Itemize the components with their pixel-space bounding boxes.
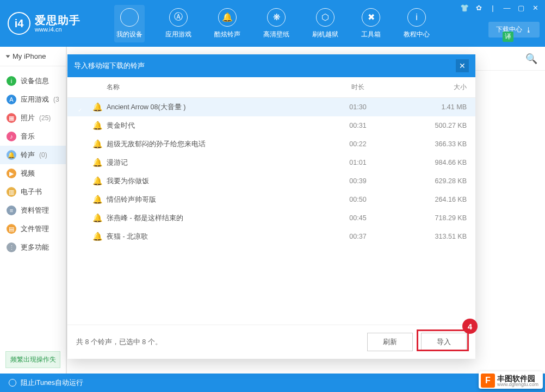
sidebar-item[interactable]: 🔔铃声 (0)	[0, 146, 66, 164]
sidebar-item[interactable]: ⋮更多功能	[0, 238, 66, 257]
bell-icon: 🔔	[92, 213, 103, 222]
sidebar-item[interactable]: ♪音乐	[0, 127, 66, 146]
row-name: 漫游记	[107, 158, 314, 167]
device-selector[interactable]: My iPhone	[0, 47, 66, 66]
nav-icon: ⬡	[316, 8, 335, 27]
bell-icon: 🔔	[92, 232, 103, 241]
table-row[interactable]: 🔔情侣铃声帅哥版00:50264.16 KB	[67, 190, 475, 209]
import-ringtones-dialog: 导入移动端下载的铃声 ✕ 名称 时长 大小 🔔Ancient Arrow 08(…	[67, 54, 475, 359]
sidebar-item-label: 视频	[21, 169, 35, 178]
dialog-close-button[interactable]: ✕	[456, 59, 469, 72]
row-size: 366.33 KB	[401, 140, 467, 148]
annotation-badge: 4	[462, 319, 478, 334]
watermark-url: www.dgfengtu.com	[497, 382, 538, 387]
row-name: 我要为你做饭	[107, 177, 314, 186]
sidebar-item-label: 音乐	[21, 132, 35, 141]
table-row[interactable]: 🔔张燕峰 - 都是这样结束的00:45718.29 KB	[67, 209, 475, 227]
nav-item-3[interactable]: ❋高清壁纸	[261, 5, 292, 42]
row-size: 264.16 KB	[401, 196, 467, 203]
table-row[interactable]: 🔔超级无敌郁闷的孙子给您来电话00:22366.33 KB	[67, 135, 475, 153]
nav-item-2[interactable]: 🔔酷炫铃声	[212, 5, 243, 42]
search-icon[interactable]: 🔍	[525, 53, 537, 65]
sidebar-item-icon: A	[7, 95, 16, 104]
sidebar-item-icon: ▥	[7, 187, 16, 197]
divider: |	[488, 3, 497, 12]
sidebar-item-label: 资料管理	[21, 206, 49, 215]
sidebar-item[interactable]: A应用游戏 (3	[0, 90, 66, 109]
nav-label: 刷机越狱	[312, 30, 338, 39]
row-duration: 00:37	[314, 233, 401, 240]
sidebar-item[interactable]: ▥电子书	[0, 183, 66, 201]
table-body: 🔔Ancient Arrow 08(大音量 )01:301.41 MB🔔黄金时代…	[67, 98, 475, 325]
nav-item-5[interactable]: ✖工具箱	[359, 5, 383, 42]
nav-label: 高清壁纸	[263, 30, 289, 39]
dialog-title: 导入移动端下载的铃声	[74, 61, 145, 71]
nav-icon: ✖	[362, 8, 380, 27]
nav-label: 教程中心	[404, 30, 430, 39]
download-icon: ⭳	[525, 26, 532, 34]
sidebar-item-label: 更多功能	[21, 242, 49, 252]
sidebar-item[interactable]: ≡资料管理	[0, 201, 66, 220]
nav-item-1[interactable]: Ⓐ应用游戏	[163, 5, 194, 42]
minimize-button[interactable]: —	[503, 3, 511, 12]
status-bar: 阻止iTunes自动运行 版本号	[0, 374, 545, 392]
nav-label: 工具箱	[361, 30, 381, 39]
sidebar-item-icon: ⋮	[7, 242, 16, 252]
table-row[interactable]: 🔔Ancient Arrow 08(大音量 )01:301.41 MB	[67, 98, 475, 116]
sidebar-item-label: 设备信息	[21, 76, 49, 86]
close-button[interactable]: ✕	[531, 3, 540, 12]
translate-badge[interactable]: 译	[503, 32, 513, 42]
row-size: 1.41 MB	[401, 103, 467, 111]
selection-summary: 共 8 个铃声，已选中 8 个。	[76, 338, 162, 347]
nav-item-6[interactable]: i教程中心	[401, 5, 432, 42]
sidebar-item-icon: 🔔	[7, 150, 16, 160]
row-duration: 00:50	[314, 196, 401, 203]
nav-icon: Ⓐ	[169, 8, 188, 27]
table-row[interactable]: 🔔漫游记01:01984.66 KB	[67, 153, 475, 172]
nav-label: 应用游戏	[165, 30, 191, 39]
row-duration: 00:22	[314, 140, 401, 148]
sidebar-item-label: 铃声	[21, 150, 35, 160]
row-size: 313.51 KB	[401, 233, 467, 240]
nav-item-4[interactable]: ⬡刷机越狱	[310, 5, 340, 42]
nav-item-0[interactable]: 我的设备	[114, 5, 145, 42]
sidebar-item-icon: i	[7, 76, 16, 86]
table-row[interactable]: 🔔夜猫 - 北凉歌00:37313.51 KB	[67, 227, 475, 246]
row-size: 500.27 KB	[401, 122, 467, 129]
bell-icon: 🔔	[92, 176, 103, 185]
table-row[interactable]: 🔔我要为你做饭00:39629.28 KB	[67, 172, 475, 190]
sidebar-item-icon: ▦	[7, 113, 16, 123]
nav-icon	[120, 8, 139, 27]
sidebar-item-label: 照片	[21, 113, 35, 123]
chevron-down-icon	[6, 55, 10, 58]
settings-icon[interactable]: ✿	[474, 3, 483, 12]
bell-icon: 🔔	[92, 195, 103, 204]
sidebar-item-icon: ▤	[7, 224, 16, 234]
dialog-titlebar: 导入移动端下载的铃声 ✕	[67, 54, 475, 77]
import-button[interactable]: 导入	[421, 333, 467, 351]
bell-icon: 🔔	[92, 158, 103, 167]
row-duration: 01:30	[314, 103, 401, 111]
watermark-title: 丰图软件园	[497, 375, 538, 382]
refresh-button[interactable]: 刷新	[367, 333, 413, 351]
sidebar-item[interactable]: i设备信息	[0, 72, 66, 90]
column-size[interactable]: 大小	[401, 83, 467, 92]
nav-icon: ❋	[267, 8, 286, 27]
sidebar-item[interactable]: ▶视频	[0, 164, 66, 183]
column-duration[interactable]: 时长	[314, 83, 401, 92]
download-center-button[interactable]: 下载中心 ⭳	[488, 22, 540, 38]
row-name: 情侣铃声帅哥版	[107, 195, 314, 204]
sidebar-item-label: 电子书	[21, 187, 42, 197]
brand-name: 爱思助手	[35, 14, 80, 26]
warning-button[interactable]: 频繁出现操作失	[5, 351, 60, 368]
sidebar-item[interactable]: ▦照片 (25)	[0, 109, 66, 127]
status-left-text[interactable]: 阻止iTunes自动运行	[21, 378, 83, 388]
column-name[interactable]: 名称	[107, 83, 314, 92]
sidebar-item-icon: ♪	[7, 132, 16, 141]
sidebar-item[interactable]: ▤文件管理	[0, 220, 66, 238]
sidebar-item-icon: ≡	[7, 206, 16, 215]
table-row[interactable]: 🔔黄金时代00:31500.27 KB	[67, 116, 475, 135]
sidebar-item-count: (3	[53, 96, 59, 103]
shirt-icon[interactable]: 👕	[460, 3, 469, 12]
maximize-button[interactable]: ▢	[517, 3, 525, 12]
